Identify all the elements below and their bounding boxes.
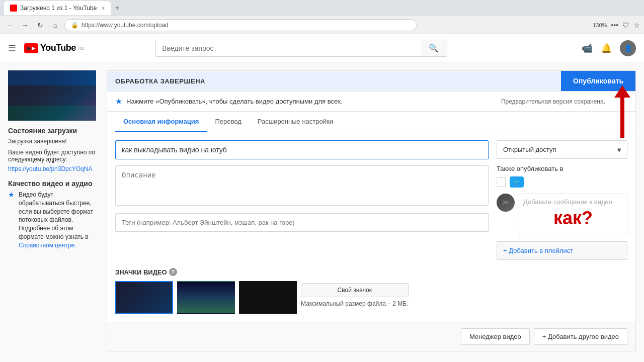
upload-status-bar: ОБРАБОТКА ЗАВЕРШЕНА bbox=[107, 71, 561, 91]
upload-link: https://youtu.be/pn3DpcYOqNA bbox=[8, 165, 99, 172]
form-right: Открытый доступ ▼ Также опубликовать в 🐦… bbox=[497, 140, 627, 260]
quality-title: Качество видео и аудио bbox=[8, 179, 99, 188]
tags-input[interactable] bbox=[115, 213, 489, 232]
add-another-video-btn[interactable]: + Добавить другое видео bbox=[534, 328, 627, 345]
upload-tabs: Основная информация Перевод Расширенные … bbox=[107, 112, 635, 132]
thumb-bot bbox=[8, 106, 96, 121]
upload-complete-text: Загрузка завершена! bbox=[8, 138, 99, 145]
hamburger-menu-btn[interactable]: ☰ bbox=[8, 43, 16, 54]
youtube-logo-icon: ▶ bbox=[24, 43, 38, 53]
tab-title: Загружено 1 из 1 - YouTube bbox=[20, 5, 97, 12]
tab-close-btn[interactable]: × bbox=[102, 6, 105, 11]
video-thumbnail bbox=[8, 70, 96, 121]
tab-basic-info[interactable]: Основная информация bbox=[115, 112, 207, 132]
upload-sidebar: Состояние загрузки Загрузка завершена! В… bbox=[8, 70, 99, 351]
also-publish-label: Также опубликовать в bbox=[497, 165, 627, 172]
video-link[interactable]: https://youtu.be/pn3DpcYOqNA bbox=[8, 165, 92, 172]
thumbnail-inner bbox=[8, 70, 96, 121]
tab-translation[interactable]: Перевод bbox=[207, 112, 249, 132]
search-box: 🔍 bbox=[155, 40, 447, 57]
header-actions: 📹 🔔 👤 bbox=[582, 40, 636, 56]
thumbnails-grid: Свой значок Максимальный размер файла – … bbox=[115, 281, 627, 314]
arrow-head bbox=[614, 85, 630, 98]
youtube-logo-link[interactable]: ▶ YouTubeRU bbox=[24, 43, 85, 53]
user-avatar[interactable]: 👤 bbox=[620, 40, 636, 56]
upload-available-text: Ваше видео будет доступно по следующему … bbox=[8, 149, 99, 163]
quality-star-icon: ★ bbox=[8, 191, 15, 199]
twitter-big-text: как? bbox=[523, 206, 623, 231]
star-icon[interactable]: ☆ bbox=[633, 21, 640, 29]
shield-icon: 🛡 bbox=[622, 21, 629, 29]
youtube-logo-text: YouTube bbox=[40, 43, 76, 53]
custom-thumb-btn[interactable]: Свой значок bbox=[301, 283, 409, 297]
browser-controls: ← → ↻ ⌂ 🔒 https://www.youtube.com/upload… bbox=[0, 16, 644, 34]
max-file-size-text: Максимальный размер файла – 2 МБ. bbox=[301, 300, 409, 307]
video-manager-btn[interactable]: Менеджер видео bbox=[461, 328, 530, 345]
upload-panel: ОБРАБОТКА ЗАВЕРШЕНА Опубликовать ★ Нажми… bbox=[107, 70, 636, 351]
youtube-country-code: RU bbox=[78, 46, 85, 51]
nav-forward-btn[interactable]: → bbox=[19, 19, 31, 31]
arrow-shaft bbox=[620, 98, 624, 138]
thumbnail-overlay bbox=[8, 70, 96, 121]
browser-actions: 130% ••• 🛡 ☆ bbox=[593, 21, 640, 29]
bottom-actions: Менеджер видео + Добавить другое видео bbox=[107, 322, 635, 351]
info-star-icon: ★ bbox=[115, 97, 122, 106]
thumb-top bbox=[8, 70, 96, 85]
twitter-input-area[interactable]: Добавьте сообщение к видео как? bbox=[519, 194, 627, 235]
nav-refresh-btn[interactable]: ↻ bbox=[34, 19, 46, 31]
thumbnail-option-2[interactable] bbox=[177, 281, 235, 314]
title-input[interactable] bbox=[115, 140, 489, 159]
status-title: Состояние загрузки bbox=[8, 127, 99, 135]
help-center-link[interactable]: Справочном центре. bbox=[19, 242, 76, 249]
form-left bbox=[115, 140, 489, 260]
browser-tab[interactable]: Загружено 1 из 1 - YouTube × bbox=[4, 1, 111, 15]
arrow-annotation bbox=[614, 86, 630, 138]
info-banner: ★ Нажмите «Опубликовать», чтобы сделать … bbox=[107, 92, 635, 112]
youtube-header: ☰ ▶ YouTubeRU 🔍 📹 🔔 👤 bbox=[0, 34, 644, 62]
thumbnails-label: ЗНАЧКИ ВИДЕО ? bbox=[115, 268, 627, 276]
quality-section: Качество видео и аудио ★ Видео будут обр… bbox=[8, 179, 99, 250]
search-btn[interactable]: 🔍 bbox=[421, 40, 447, 57]
address-text: https://www.youtube.com/upload bbox=[82, 22, 169, 29]
draft-saved-text: Предварительная версия сохранена. bbox=[501, 98, 605, 105]
twitter-preview: 🎮 Добавьте сообщение к видео как? bbox=[497, 194, 627, 235]
custom-thumb-section: Свой значок Максимальный размер файла – … bbox=[301, 281, 409, 307]
thumbnails-section: ЗНАЧКИ ВИДЕО ? Свой значок Максимальный … bbox=[107, 268, 635, 322]
also-publish-row: 🐦 bbox=[497, 176, 627, 188]
twitter-btn[interactable]: 🐦 bbox=[510, 176, 524, 188]
access-select-wrapper: Открытый доступ ▼ bbox=[497, 140, 627, 159]
tab-favicon bbox=[10, 5, 17, 12]
upload-panel-header: ОБРАБОТКА ЗАВЕРШЕНА Опубликовать bbox=[107, 71, 635, 92]
browser-titlebar: Загружено 1 из 1 - YouTube × + bbox=[0, 0, 644, 16]
upload-icon[interactable]: 📹 bbox=[582, 43, 593, 54]
upload-status-section: Состояние загрузки Загрузка завершена! В… bbox=[8, 127, 99, 172]
main-content: Состояние загрузки Загрузка завершена! В… bbox=[0, 62, 644, 359]
bell-icon[interactable]: 🔔 bbox=[601, 43, 612, 54]
upload-form: Открытый доступ ▼ Также опубликовать в 🐦… bbox=[107, 132, 635, 268]
more-btn[interactable]: ••• bbox=[611, 21, 618, 29]
description-input[interactable] bbox=[115, 165, 489, 206]
access-select[interactable]: Открытый доступ bbox=[497, 140, 627, 159]
new-tab-btn[interactable]: + bbox=[115, 4, 119, 13]
twitter-placeholder-text: Добавьте сообщение к видео bbox=[523, 198, 623, 206]
tab-advanced[interactable]: Расширенные настройки bbox=[250, 112, 341, 132]
twitter-avatar: 🎮 bbox=[497, 194, 515, 212]
address-bar[interactable]: 🔒 https://www.youtube.com/upload bbox=[64, 19, 417, 31]
add-playlist-btn[interactable]: + Добавить в плейлист bbox=[497, 241, 627, 260]
thumbnail-option-3[interactable] bbox=[239, 281, 297, 314]
thumb-mid bbox=[8, 85, 96, 106]
quality-info-row: ★ Видео будут обрабатываться быстрее, ес… bbox=[8, 191, 99, 250]
twitter-checkbox[interactable] bbox=[497, 177, 506, 187]
thumbnails-help-icon[interactable]: ? bbox=[169, 268, 177, 276]
nav-back-btn[interactable]: ← bbox=[4, 19, 16, 31]
thumbnail-option-1[interactable] bbox=[115, 281, 173, 314]
quality-text: Видео будут обрабатываться быстрее, если… bbox=[19, 191, 99, 250]
search-input[interactable] bbox=[155, 40, 421, 57]
zoom-level: 130% bbox=[593, 22, 607, 28]
nav-home-btn[interactable]: ⌂ bbox=[49, 19, 61, 31]
